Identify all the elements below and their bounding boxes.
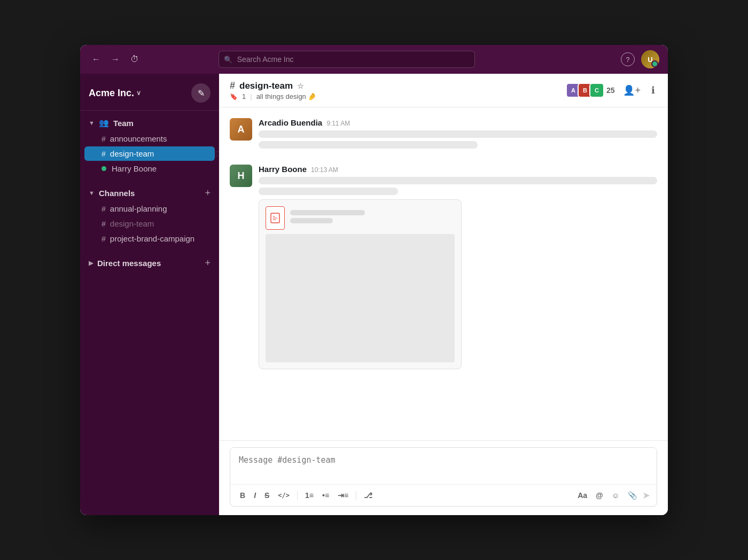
add-dm-button[interactable]: +	[205, 258, 211, 268]
sidebar-item-project-brand[interactable]: # project-brand-campaign	[84, 231, 215, 246]
message-toolbar: B I S </> 1≡ •≡ ⇥≡ ⎇ Aa @ ☺	[230, 484, 657, 506]
arcadio-avatar: A	[230, 118, 252, 141]
message-group-harry: H Harry Boone 10:13 AM	[230, 165, 657, 369]
harry-time: 10:13 AM	[311, 166, 338, 174]
back-button[interactable]: ←	[89, 52, 104, 66]
emoji-button[interactable]: ☺	[609, 489, 622, 502]
harry-avatar-face: H	[230, 165, 252, 187]
dm-section-title: ▶ Direct messages	[89, 259, 161, 268]
team-section: ▼ 👥 Team # announcements # design-team ☞	[80, 111, 219, 181]
channels-section-header[interactable]: ▼ Channels +	[80, 185, 219, 201]
unordered-list-button[interactable]: •≡	[319, 489, 332, 502]
hash-icon-brand: #	[102, 235, 106, 243]
send-button[interactable]: ➤	[642, 489, 650, 501]
new-message-button[interactable]: ✎	[191, 83, 211, 103]
team-section-title: ▼ 👥 Team	[89, 118, 134, 128]
team-label: Team	[113, 119, 134, 128]
arcadio-avatar-face: A	[230, 118, 252, 141]
harry-message-header: Harry Boone 10:13 AM	[259, 165, 657, 174]
dm-name-harry: Harry Boone	[112, 164, 157, 173]
workspace-name[interactable]: Acme Inc. ∨	[89, 88, 141, 99]
channels-section: ▼ Channels + # annual-planning # design-…	[80, 181, 219, 251]
attachment-title-line	[290, 210, 365, 215]
team-collapse-icon: ▼	[89, 120, 95, 126]
add-channel-button[interactable]: +	[205, 188, 211, 198]
toolbar-divider-2	[356, 491, 356, 500]
attachment-card[interactable]	[259, 199, 462, 369]
add-member-button[interactable]: 👤+	[621, 82, 643, 98]
attach-button[interactable]: 📎	[625, 489, 640, 502]
message-group-arcadio: A Arcadio Buendia 9:11 AM	[230, 118, 657, 152]
harry-author: Harry Boone	[259, 165, 307, 174]
online-status-dot	[102, 166, 106, 171]
bookmark-icon: 🔖	[230, 93, 238, 100]
ordered-list-button[interactable]: 1≡	[302, 489, 317, 502]
code-button[interactable]: </>	[275, 489, 293, 501]
toolbar-divider-1	[297, 491, 298, 500]
channel-name-row: # design-team ☆	[230, 80, 316, 91]
attachment-subtitle-line	[290, 218, 333, 223]
font-size-button[interactable]: Aa	[574, 489, 590, 502]
arcadio-line-1	[259, 130, 657, 138]
channel-name-announcements: announcements	[110, 134, 167, 143]
arcadio-message-content: Arcadio Buendia 9:11 AM	[259, 118, 657, 152]
harry-avatar: H	[230, 165, 252, 187]
sidebar-item-harry-boone[interactable]: Harry Boone	[84, 161, 215, 176]
history-button[interactable]: ⏱	[127, 52, 142, 66]
attachment-header	[266, 206, 455, 230]
arcadio-line-2	[259, 141, 478, 149]
search-bar: 🔍	[219, 51, 475, 68]
member-avatars: A B C 25	[566, 83, 615, 98]
team-section-header[interactable]: ▼ 👥 Team	[80, 115, 219, 131]
channel-star-icon[interactable]: ☆	[297, 82, 304, 90]
forward-button[interactable]: →	[108, 52, 123, 66]
sidebar: Acme Inc. ∨ ✎ ▼ 👥 Team # announcemen	[80, 74, 219, 515]
bold-button[interactable]: B	[237, 489, 248, 502]
sidebar-item-design-team[interactable]: # design-team ☞	[84, 146, 215, 161]
channel-name: design-team	[239, 81, 293, 91]
sidebar-item-annual-planning[interactable]: # annual-planning	[84, 201, 215, 216]
hash-icon: #	[102, 135, 106, 143]
user-avatar[interactable]: U	[641, 50, 659, 68]
channels-label: Channels	[99, 189, 135, 198]
bookmark-count: 1	[242, 92, 246, 100]
search-icon: 🔍	[224, 56, 232, 64]
member-count: 25	[606, 86, 615, 95]
arcadio-time: 9:11 AM	[326, 120, 350, 127]
channel-hash-icon: #	[230, 80, 235, 91]
channels-collapse-icon: ▼	[89, 190, 95, 196]
harry-message-content: Harry Boone 10:13 AM	[259, 165, 657, 369]
pdf-icon	[266, 206, 285, 230]
dm-collapse-icon: ▶	[89, 260, 93, 267]
channel-header: # design-team ☆ 🔖 1 | all things design …	[219, 74, 668, 107]
italic-button[interactable]: I	[251, 489, 259, 502]
cursor-hand-icon: ☞	[218, 147, 219, 161]
sidebar-item-design-team-ch[interactable]: # design-team	[84, 216, 215, 231]
channel-description: all things design 🤌	[256, 92, 317, 100]
channel-info-button[interactable]: ℹ	[649, 82, 657, 98]
member-avatar-3: C	[589, 83, 604, 98]
channels-section-title: ▼ Channels	[89, 189, 135, 198]
dm-section: ▶ Direct messages +	[80, 251, 219, 275]
strikethrough-button[interactable]: S	[261, 489, 272, 502]
sidebar-item-announcements[interactable]: # announcements	[84, 131, 215, 146]
harry-line-1	[259, 177, 657, 184]
attachment-info	[290, 210, 365, 226]
more-button[interactable]: ⎇	[361, 489, 376, 502]
toolbar-right: Aa @ ☺ 📎 ➤	[574, 489, 650, 502]
hash-icon-design2: #	[102, 220, 106, 228]
channel-meta: 🔖 1 | all things design 🤌	[230, 92, 316, 100]
sidebar-header: Acme Inc. ∨ ✎	[80, 74, 219, 111]
arcadio-author: Arcadio Buendia	[259, 118, 322, 127]
channel-name-design2: design-team	[110, 219, 154, 228]
message-input[interactable]	[230, 448, 657, 482]
hash-icon-annual: #	[102, 205, 106, 213]
meta-divider: |	[250, 92, 252, 100]
indent-button[interactable]: ⇥≡	[334, 489, 352, 502]
help-button[interactable]: ?	[621, 52, 635, 66]
attachment-preview	[266, 234, 455, 362]
search-input[interactable]	[219, 51, 475, 68]
mention-button[interactable]: @	[593, 489, 606, 502]
messages-area: A Arcadio Buendia 9:11 AM H	[219, 107, 668, 440]
dm-section-header[interactable]: ▶ Direct messages +	[80, 255, 219, 271]
